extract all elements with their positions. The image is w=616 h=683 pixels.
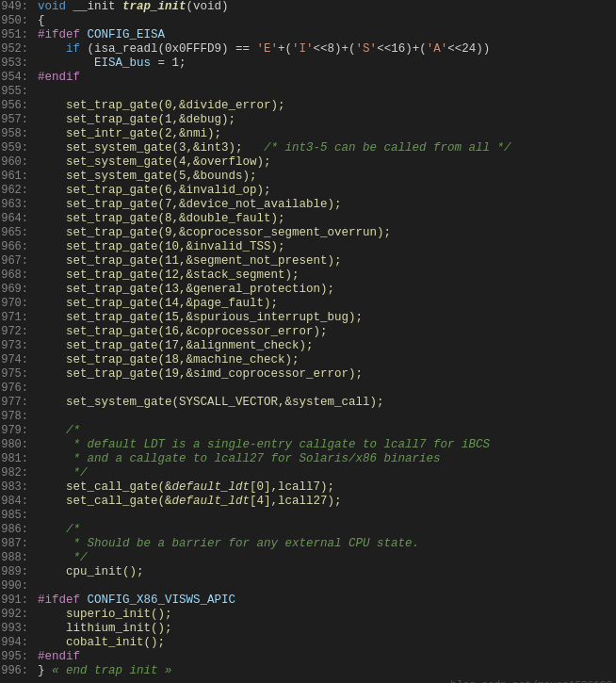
line-content: set_system_gate(SYSCALL_VECTOR,&system_c… — [34, 396, 384, 410]
line-number: 960: — [0, 155, 34, 170]
line-content: EISA_bus = 1; — [34, 57, 186, 71]
line-content: set_trap_gate(17,&alignment_check); — [34, 339, 314, 353]
line-number: 963: — [0, 198, 34, 212]
line-number: 954: — [0, 71, 34, 85]
line-number: 996: — [0, 664, 34, 678]
line-content: set_system_gate(4,&overflow); — [34, 155, 271, 170]
table-row: 951:#ifdef CONFIG_EISA — [0, 28, 616, 42]
line-number: 975: — [0, 367, 34, 382]
line-number: 981: — [0, 452, 34, 466]
table-row: 968: set_trap_gate(12,&stack_segment); — [0, 268, 616, 283]
line-number: 989: — [0, 565, 34, 579]
line-number: 995: — [0, 650, 34, 664]
line-content: set_trap_gate(12,&stack_segment); — [34, 268, 300, 283]
line-number: 992: — [0, 608, 34, 622]
table-row: 996:} « end trap init » — [0, 664, 616, 678]
line-number: 976: — [0, 382, 34, 396]
table-row: 986: /* — [0, 523, 616, 537]
line-content: #ifdef CONFIG_X86_VISWS_APIC — [34, 594, 235, 608]
table-row: 967: set_trap_gate(11,&segment_not_prese… — [0, 254, 616, 268]
line-number: 983: — [0, 480, 34, 495]
table-row: 960: set_system_gate(4,&overflow); — [0, 155, 616, 170]
table-row: 959: set_system_gate(3,&int3); /* int3-5… — [0, 141, 616, 155]
line-content: set_trap_gate(9,&coprocessor_segment_ove… — [34, 226, 391, 240]
line-content: /* — [34, 523, 80, 537]
line-content: #endif — [34, 71, 80, 85]
line-number: 971: — [0, 311, 34, 325]
table-row: 958: set_intr_gate(2,&nmi); — [0, 127, 616, 141]
line-content — [34, 579, 45, 594]
table-row: 962: set_trap_gate(6,&invalid_op); — [0, 184, 616, 198]
line-number: 970: — [0, 297, 34, 311]
table-row: 956: set_trap_gate(0,&divide_error); — [0, 99, 616, 113]
table-row: 976: — [0, 382, 616, 396]
table-row: 984: set_call_gate(&default_ldt[4],lcall… — [0, 495, 616, 509]
line-number: 985: — [0, 509, 34, 523]
line-content: cobalt_init(); — [34, 636, 165, 650]
line-content: /* — [34, 424, 80, 438]
table-row: 981: * and a callgate to lcall27 for Sol… — [0, 452, 616, 466]
table-row: 973: set_trap_gate(17,&alignment_check); — [0, 339, 616, 353]
line-number: 961: — [0, 170, 34, 184]
table-row: 971: set_trap_gate(15,&spurious_interrup… — [0, 311, 616, 325]
line-number: 956: — [0, 99, 34, 113]
line-number: 953: — [0, 57, 34, 71]
table-row: 983: set_call_gate(&default_ldt[0],lcall… — [0, 480, 616, 495]
line-number: 980: — [0, 438, 34, 452]
table-row: 990: — [0, 579, 616, 594]
line-number: 972: — [0, 325, 34, 339]
table-row: 995:#endif — [0, 650, 616, 664]
line-number: 978: — [0, 410, 34, 424]
line-content: set_intr_gate(2,&nmi); — [34, 127, 221, 141]
table-row: 955: — [0, 85, 616, 99]
line-content: set_system_gate(5,&bounds); — [34, 170, 257, 184]
table-row: 949:void __init trap_init(void) — [0, 0, 616, 14]
line-content: */ — [34, 466, 88, 480]
line-content: set_trap_gate(1,&debug); — [34, 113, 235, 127]
line-content — [34, 85, 45, 99]
line-content: } « end trap init » — [34, 664, 172, 678]
line-content: #ifdef CONFIG_EISA — [34, 28, 165, 42]
table-row: 966: set_trap_gate(10,&invalid_TSS); — [0, 240, 616, 254]
line-number: 952: — [0, 42, 34, 57]
line-content: set_system_gate(3,&int3); /* int3-5 can … — [34, 141, 511, 155]
line-number: 962: — [0, 184, 34, 198]
line-content: cpu_init(); — [34, 565, 144, 579]
line-number: 951: — [0, 28, 34, 42]
table-row: 992: superio_init(); — [0, 608, 616, 622]
table-row: 978: — [0, 410, 616, 424]
table-row: 965: set_trap_gate(9,&coprocessor_segmen… — [0, 226, 616, 240]
line-number: 949: — [0, 0, 34, 14]
line-content: superio_init(); — [34, 608, 172, 622]
line-number: 968: — [0, 268, 34, 283]
line-content: set_trap_gate(13,&general_protection); — [34, 283, 334, 297]
table-row: 982: */ — [0, 466, 616, 480]
table-row: 954:#endif — [0, 71, 616, 85]
line-content: * default LDT is a single-entry callgate… — [34, 438, 490, 452]
line-number: 984: — [0, 495, 34, 509]
watermark-line: blog.csdn.net/mouse1596199 — [0, 678, 616, 683]
line-content: set_trap_gate(15,&spurious_interrupt_bug… — [34, 311, 363, 325]
line-number: 990: — [0, 579, 34, 594]
line-content: lithium_init(); — [34, 622, 172, 636]
line-number: 991: — [0, 594, 34, 608]
table-row: 964: set_trap_gate(8,&double_fault); — [0, 212, 616, 226]
table-row: 950:{ — [0, 14, 616, 28]
table-row: 994: cobalt_init(); — [0, 636, 616, 650]
line-content: set_trap_gate(6,&invalid_op); — [34, 184, 271, 198]
line-content: void __init trap_init(void) — [34, 0, 229, 14]
line-number: 969: — [0, 283, 34, 297]
table-row: 953: EISA_bus = 1; — [0, 57, 616, 71]
line-number: 993: — [0, 622, 34, 636]
line-content: set_call_gate(&default_ldt[0],lcall7); — [34, 480, 334, 495]
table-row: 969: set_trap_gate(13,&general_protectio… — [0, 283, 616, 297]
watermark: blog.csdn.net/mouse1596199 — [34, 678, 616, 683]
line-number: 950: — [0, 14, 34, 28]
line-number: 974: — [0, 353, 34, 367]
line-content: set_trap_gate(11,&segment_not_present); — [34, 254, 342, 268]
line-content — [34, 509, 45, 523]
line-content: * and a callgate to lcall27 for Solaris/… — [34, 452, 441, 466]
line-content: set_trap_gate(16,&coprocessor_error); — [34, 325, 328, 339]
line-content: set_trap_gate(19,&simd_coprocessor_error… — [34, 367, 363, 382]
table-row: 957: set_trap_gate(1,&debug); — [0, 113, 616, 127]
